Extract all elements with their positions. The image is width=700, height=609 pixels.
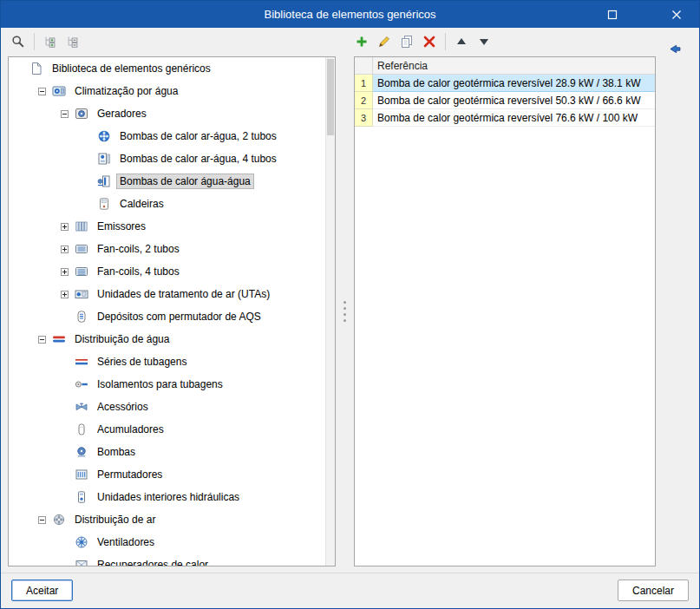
tree-item[interactable]: Fan-coils, 2 tubos (9, 238, 325, 260)
table-row[interactable]: 3Bomba de calor geotérmica reversível 76… (355, 109, 655, 127)
splitter-dot (343, 313, 346, 316)
tree-item[interactable]: Bombas (9, 441, 325, 463)
tree-item[interactable]: Isolamentos para tubagens (9, 373, 325, 396)
tree-item[interactable]: Depósitos com permutador de AQS (9, 305, 325, 328)
heat-pump-fan-icon (97, 129, 111, 143)
fancoil-4-icon (75, 265, 88, 278)
move-down-button[interactable] (473, 30, 495, 53)
collapse-toggle-icon[interactable] (38, 336, 46, 344)
tree-item[interactable]: Bombas de calor ar-água, 4 tubos (9, 147, 325, 170)
reference-column-header[interactable]: Referência (373, 60, 428, 72)
pump-icon (75, 445, 88, 459)
tree-item-label: Emissores (95, 219, 148, 233)
tree-item[interactable]: Séries de tubagens (9, 350, 325, 373)
tree-item[interactable]: Distribuição de ar (9, 508, 325, 531)
recuperator-icon (75, 558, 88, 566)
tank-coil-icon (75, 310, 88, 324)
tree-item-label: Unidades interiores hidráulicas (95, 490, 242, 504)
maximize-button[interactable] (600, 1, 625, 28)
expand-toggle-icon[interactable] (61, 223, 69, 231)
nav-area (663, 37, 687, 60)
tree-scrollbar[interactable] (325, 57, 335, 566)
edit-button[interactable] (373, 30, 396, 53)
tree-item[interactable]: Fan-coils, 4 tubos (9, 260, 325, 283)
search-button[interactable] (7, 30, 29, 53)
row-number-header (355, 57, 373, 74)
tree-item-label: Distribuição de ar (72, 513, 158, 527)
tree-item[interactable]: Distribuição de água (9, 328, 325, 350)
tree-item-label: Bombas (95, 445, 138, 459)
back-arrow-icon (668, 42, 682, 56)
tree-item[interactable]: Unidades de tratamento de ar (UTAs) (9, 283, 325, 305)
cancel-button[interactable]: Cancelar (618, 580, 689, 601)
collapse-toggle-icon[interactable] (38, 88, 46, 95)
tree-item-label: Unidades de tratamento de ar (UTAs) (95, 287, 272, 301)
pipes-icon (52, 332, 66, 346)
accept-button[interactable]: Aceitar (11, 580, 73, 601)
boiler-icon (97, 197, 111, 211)
expand-toggle-icon[interactable] (61, 246, 69, 253)
panel-splitter[interactable] (339, 56, 350, 566)
window-title: Biblioteca de elementos genéricos (1, 1, 699, 28)
fan-blue-icon (75, 535, 88, 549)
move-up-button[interactable] (450, 30, 473, 53)
pipe-lines-icon (75, 355, 88, 369)
tree-item-label: Fan-coils, 4 tubos (95, 265, 182, 278)
exchanger-icon (75, 468, 88, 481)
copy-button[interactable] (396, 30, 418, 53)
collapse-toggle-icon[interactable] (61, 110, 69, 118)
reference-cell[interactable]: Bomba de calor geotérmica reversível 76.… (373, 109, 655, 127)
tree-item[interactable]: Biblioteca de elementos genéricos (9, 57, 325, 80)
collapse-all-button[interactable] (62, 30, 84, 53)
back-button[interactable] (663, 37, 687, 60)
valve-icon (75, 400, 88, 414)
expand-toggle-icon[interactable] (61, 268, 69, 276)
table-row[interactable]: 1Bomba de calor geotérmica reversível 28… (355, 75, 655, 92)
air-unit-icon (52, 513, 66, 527)
tree-item[interactable]: Acumuladores (9, 418, 325, 441)
toolbar (1, 28, 699, 56)
tree-item[interactable]: Unidades interiores hidráulicas (9, 486, 325, 508)
tree-item[interactable]: Acessórios (9, 396, 325, 418)
tree-item[interactable]: Ventiladores (9, 531, 325, 553)
tree-item-label: Fan-coils, 2 tubos (95, 242, 182, 256)
row-number: 2 (355, 92, 373, 109)
element-tree: Biblioteca de elementos genéricosClimati… (9, 57, 325, 566)
delete-button[interactable] (418, 30, 441, 53)
tree-item-label: Acessórios (95, 400, 151, 414)
library-document-icon (29, 62, 43, 75)
tree-item-label: Ventiladores (95, 535, 157, 549)
titlebar[interactable]: Biblioteca de elementos genéricos (1, 1, 699, 28)
tree-item[interactable]: Climatização por água (9, 80, 325, 102)
tree-item[interactable]: Caldeiras (9, 193, 325, 215)
reference-cell[interactable]: Bomba de calor geotérmica reversível 28.… (373, 75, 655, 92)
tree-item-label: Bombas de calor água-água (117, 174, 253, 188)
collapse-toggle-icon[interactable] (38, 516, 46, 524)
reference-list: 1Bomba de calor geotérmica reversível 28… (355, 75, 655, 127)
expand-toggle-icon[interactable] (61, 291, 69, 298)
expand-all-button[interactable] (39, 30, 62, 53)
tree-item-label: Isolamentos para tubagens (95, 377, 226, 391)
tree-item-label: Depósitos com permutador de AQS (95, 310, 264, 324)
ahu-icon (75, 287, 88, 301)
tree-item[interactable]: Bombas de calor água-água (9, 170, 325, 193)
tree-panel: Biblioteca de elementos genéricosClimati… (8, 56, 336, 566)
add-button[interactable] (350, 30, 373, 53)
table-header[interactable]: Referência (355, 57, 655, 75)
fancoil-2-icon (75, 242, 88, 256)
tree-item[interactable]: Recuperadores de calor (9, 553, 325, 566)
reference-panel: Referência 1Bomba de calor geotérmica re… (354, 56, 656, 566)
tree-item[interactable]: Bombas de calor ar-água, 2 tubos (9, 125, 325, 147)
tree-toolbar (7, 30, 84, 53)
scrollbar-thumb[interactable] (327, 59, 334, 135)
row-number: 1 (355, 75, 373, 92)
tree-expand-icon (43, 35, 57, 49)
tree-item[interactable]: Emissores (9, 215, 325, 238)
table-row[interactable]: 2Bomba de calor geotérmica reversível 50… (355, 92, 655, 109)
reference-cell[interactable]: Bomba de calor geotérmica reversível 50.… (373, 92, 655, 109)
close-button[interactable] (664, 1, 689, 28)
tree-item[interactable]: Permutadores (9, 463, 325, 486)
tree-item-label: Acumuladores (95, 422, 167, 436)
tree-item-label: Séries de tubagens (95, 355, 189, 369)
tree-item[interactable]: Geradores (9, 102, 325, 125)
